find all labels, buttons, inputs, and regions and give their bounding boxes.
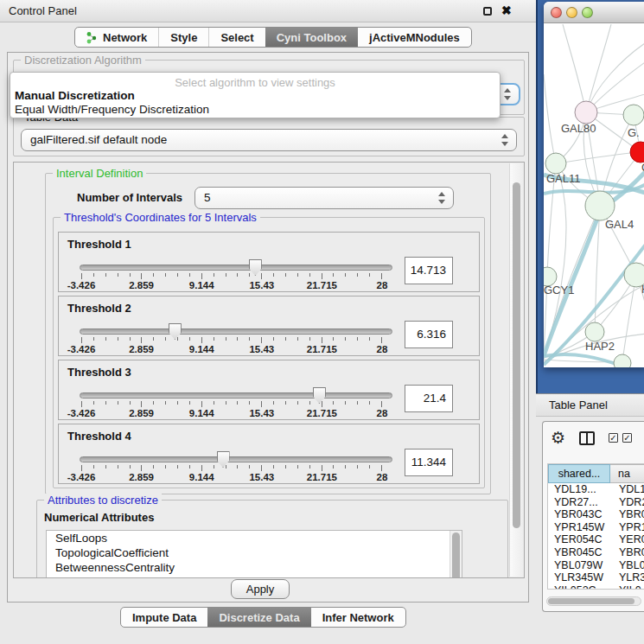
table-panel-title: Table Panel	[549, 399, 608, 411]
tab-network[interactable]: Network	[75, 28, 158, 47]
node-partial[interactable]	[614, 354, 631, 367]
cyni-toolbox-panel: Discretization Algorithm Select algorith…	[7, 52, 529, 603]
node-label: HAP2	[585, 340, 615, 353]
mac-minimize-button[interactable]	[566, 7, 577, 18]
network-canvas[interactable]: GAL80 G. C GAL11 GAL4 GCY1 H HAP2	[544, 24, 644, 367]
threshold-2-panel: Threshold 2 -3.426 2.859 9.144 15.43	[58, 296, 480, 356]
table-panel: ⚙ ✓ ✓ shared... na YDL19...YDL1 YDR27...…	[542, 421, 644, 612]
table-row[interactable]: YDR27...YDR2	[548, 496, 644, 509]
threshold-2-slider[interactable]: -3.426 2.859 9.144 15.43 21.715 28	[80, 322, 392, 355]
list-item[interactable]: BetweennessCentrality	[47, 560, 462, 575]
algorithm-dropdown-popup: Select algorithm to view settings Manual…	[10, 72, 501, 118]
threshold-3-slider[interactable]: -3.426 2.859 9.144 15.43 21.715 28	[80, 386, 392, 419]
list-scrollbar[interactable]	[450, 531, 462, 578]
table-data-value: galFiltered.sif default node	[30, 133, 167, 146]
table-row[interactable]: YDL19...YDL1	[548, 483, 644, 496]
tab-style[interactable]: Style	[158, 28, 208, 47]
scrollbar-thumb[interactable]	[548, 598, 634, 604]
slider-thumb[interactable]	[217, 451, 230, 468]
settings-vertical-scrollbar[interactable]	[509, 163, 523, 577]
tab-cyni-toolbox[interactable]: Cyni Toolbox	[265, 28, 358, 47]
table-header-row: shared... na	[548, 464, 644, 483]
table-row[interactable]: YER054CYER0	[548, 533, 644, 546]
threshold-4-value-field[interactable]: 11.344	[405, 449, 453, 476]
table-row[interactable]: YIL052CYIL0	[548, 584, 644, 590]
threshold-1-panel: Threshold 1 -3.426 2.859 9.144 15.43	[58, 232, 480, 292]
threshold-4-slider[interactable]: -3.426 2.859 9.144 15.43 21.715 28	[80, 450, 392, 483]
node-label: G.	[628, 126, 640, 139]
node-hap2[interactable]	[585, 322, 604, 341]
node-gal80[interactable]	[575, 101, 597, 124]
tab-infer-network[interactable]: Infer Network	[311, 608, 405, 627]
slider-thumb[interactable]	[169, 323, 182, 340]
numerical-attributes-label: Numerical Attributes	[44, 511, 154, 524]
table-row[interactable]: YBR045CYBR0	[548, 546, 644, 559]
network-window-frame: GAL80 G. C GAL11 GAL4 GCY1 H HAP2	[536, 0, 644, 393]
close-icon[interactable]: ✖	[501, 3, 512, 17]
table-row[interactable]: YBL079WYBL0	[548, 559, 644, 572]
control-panel-tab-bar: Network Style Select Cyni Toolbox jActiv…	[74, 27, 472, 48]
table-row[interactable]: YPR145WYPR1	[548, 521, 644, 534]
slider-thumb[interactable]	[313, 387, 326, 404]
node-label: GAL11	[546, 172, 581, 185]
node-label: GAL4	[605, 218, 634, 231]
node-selected-red[interactable]	[630, 142, 644, 163]
threshold-label: Threshold 3	[67, 366, 131, 379]
mac-titlebar	[544, 2, 644, 23]
tab-select[interactable]: Select	[208, 28, 265, 47]
combobox-stepper-icon	[438, 192, 445, 204]
node-label: GCY1	[544, 284, 574, 296]
numerical-attributes-list: SelfLoops TopologicalCoefficient Between…	[46, 530, 462, 578]
threshold-1-value-field[interactable]: 14.713	[405, 257, 453, 284]
table-row[interactable]: YLR345WYLR3	[548, 571, 644, 584]
number-of-intervals-value: 5	[204, 191, 211, 204]
list-item[interactable]: SelfLoops	[47, 531, 462, 545]
combobox-stepper-icon	[501, 134, 508, 146]
slider-thumb[interactable]	[249, 259, 262, 276]
application-window: Control Panel ✖ Network Style Select Cyn…	[0, 0, 644, 644]
split-columns-icon[interactable]	[579, 431, 595, 445]
checkbox-icon-2[interactable]: ✓	[622, 433, 632, 443]
node-g[interactable]	[623, 105, 644, 125]
column-header-name[interactable]: na	[610, 464, 644, 483]
control-panel: Control Panel ✖ Network Style Select Cyn…	[0, 0, 536, 644]
node-gal4[interactable]	[585, 191, 615, 220]
thresholds-group: Threshold's Coordinates for 5 Intervals …	[53, 217, 485, 488]
dropdown-hint: Select algorithm to view settings	[10, 76, 500, 89]
node-label: GAL80	[561, 122, 596, 135]
control-panel-titlebar: Control Panel ✖	[0, 0, 536, 22]
network-view-window: GAL80 G. C GAL11 GAL4 GCY1 H HAP2	[544, 2, 644, 367]
list-item[interactable]: TopologicalCoefficient	[47, 545, 462, 560]
checkbox-icon-1[interactable]: ✓	[609, 433, 618, 443]
table-row[interactable]: YBR043CYBR0	[548, 508, 644, 521]
mac-zoom-button[interactable]	[582, 7, 593, 18]
threshold-1-slider[interactable]: -3.426 2.859 9.144 15.43 21.715 28	[80, 258, 392, 291]
control-panel-title: Control Panel	[9, 4, 77, 17]
scrollbar-thumb[interactable]	[513, 182, 520, 528]
node-attribute-table: shared... na YDL19...YDL1 YDR27...YDR2 Y…	[547, 463, 644, 590]
number-of-intervals-combobox[interactable]: 5	[194, 187, 454, 209]
table-data-combobox[interactable]: galFiltered.sif default node	[21, 129, 517, 151]
dropdown-item-equal-width-frequency[interactable]: Equal Width/Frequency Discretization	[15, 103, 209, 116]
mac-close-button[interactable]	[551, 7, 562, 18]
dropdown-item-manual-discretization[interactable]: Manual Discretization	[15, 89, 135, 102]
threshold-3-value-field[interactable]: 21.4	[405, 385, 453, 412]
threshold-label: Threshold 4	[67, 430, 131, 443]
column-header-shared-name[interactable]: shared...	[548, 464, 610, 483]
tab-discretize-data[interactable]: Discretize Data	[207, 608, 310, 627]
gear-icon[interactable]: ⚙	[551, 428, 565, 448]
network-icon	[86, 31, 98, 44]
tab-jactivemnodules[interactable]: jActiveMNodules	[358, 28, 471, 47]
table-horizontal-scrollbar[interactable]	[546, 596, 641, 606]
table-data-group: Table Data galFiltered.sif default node	[13, 117, 525, 156]
cyni-bottom-tab-bar: Impute Data Discretize Data Infer Networ…	[120, 607, 406, 628]
float-window-icon[interactable]	[483, 7, 492, 16]
threshold-4-panel: Threshold 4 -3.426 2.859 9.144 15.43	[58, 424, 480, 484]
threshold-label: Threshold 2	[67, 302, 131, 315]
group-title: Discretization Algorithm	[21, 54, 145, 67]
tab-impute-data[interactable]: Impute Data	[121, 608, 207, 627]
threshold-2-value-field[interactable]: 6.316	[405, 321, 453, 348]
node-gal11[interactable]	[545, 153, 566, 174]
group-title: Attributes to discretize	[44, 494, 162, 507]
apply-button[interactable]: Apply	[231, 579, 290, 599]
